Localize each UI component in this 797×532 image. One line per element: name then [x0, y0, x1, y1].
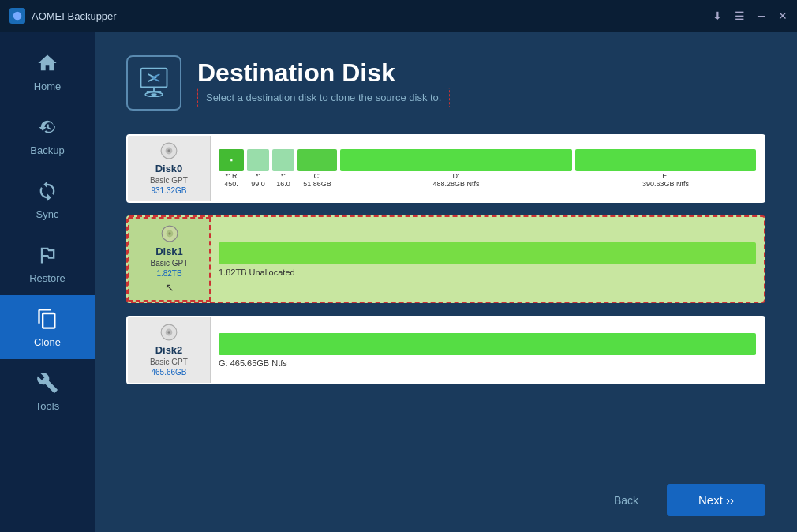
disk2-type: Basic GPT: [150, 358, 188, 366]
disk0-item[interactable]: Disk0 Basic GPT 931.32GB ▪ *: R450. *:99…: [126, 134, 765, 203]
window-controls: ⬇ ☰ ─ ✕: [713, 9, 788, 22]
sidebar-item-clone[interactable]: Clone: [0, 295, 95, 359]
disk1-item[interactable]: Disk1 Basic GPT 1.82TB ↖ 1.82TB Unalloca…: [126, 215, 765, 303]
content-area: Destination Disk Select a destination di…: [95, 32, 797, 532]
svg-point-0: [13, 12, 22, 21]
disk1-icon: [161, 225, 178, 242]
sidebar-label-home: Home: [34, 81, 62, 92]
sidebar-label-tools: Tools: [36, 400, 59, 412]
disk0-info: Disk0 Basic GPT 931.32GB: [128, 136, 211, 201]
disk2-name: Disk2: [155, 344, 183, 356]
disk0-part-99: *:99.0: [247, 149, 269, 188]
disk1-label: 1.82TB Unallocated: [219, 268, 756, 277]
disk0-part-c: C:51.86GB: [297, 149, 337, 188]
page-header: Destination Disk Select a destination di…: [126, 55, 765, 111]
svg-point-9: [167, 149, 170, 152]
menu-icon[interactable]: ☰: [735, 9, 745, 22]
disk2-item[interactable]: Disk2 Basic GPT 465.66GB G: 465.65GB Ntf…: [126, 316, 765, 384]
disk0-part-d: D:488.28GB Ntfs: [340, 149, 572, 188]
page-subtitle: Select a destination disk to clone the s…: [197, 88, 450, 107]
page-header-text: Destination Disk Select a destination di…: [197, 58, 450, 107]
next-button[interactable]: Next ››: [667, 484, 765, 516]
disk1-size: 1.82TB: [156, 269, 181, 278]
sidebar-item-tools[interactable]: Tools: [0, 359, 95, 423]
disk2-icon: [160, 324, 178, 341]
disk0-part-r: ▪ *: R450.: [219, 149, 244, 188]
disk0-part-16: *:16.0: [272, 149, 294, 188]
disk1-bar: [219, 242, 756, 264]
disk2-size: 465.66GB: [151, 368, 186, 377]
destination-disk-icon: [126, 55, 181, 111]
disk2-info: Disk2 Basic GPT 465.66GB: [128, 317, 211, 383]
bottom-bar: Back Next ››: [126, 471, 765, 516]
disk2-bar: [219, 333, 756, 355]
disk0-name: Disk0: [155, 163, 183, 174]
sidebar-label-sync: Sync: [36, 208, 59, 220]
home-icon: [35, 51, 60, 76]
svg-point-6: [151, 93, 156, 96]
sidebar-label-backup: Backup: [30, 144, 64, 156]
disk1-type: Basic GPT: [151, 259, 189, 268]
svg-point-15: [167, 331, 170, 333]
app-title: AOMEI Backupper: [32, 10, 117, 22]
sidebar-label-clone: Clone: [34, 336, 61, 348]
cursor-indicator: ↖: [165, 281, 174, 294]
disk1-info: Disk1 Basic GPT 1.82TB ↖: [128, 217, 211, 302]
back-button[interactable]: Back: [598, 486, 654, 515]
disk0-part-e: E:390.63GB Ntfs: [575, 149, 756, 188]
title-bar: AOMEI Backupper ⬇ ☰ ─ ✕: [0, 0, 797, 32]
sidebar-label-restore: Restore: [29, 272, 65, 284]
backup-icon: [35, 114, 60, 140]
disk0-icon: [160, 142, 178, 159]
sidebar-item-sync[interactable]: Sync: [0, 167, 95, 231]
disk2-partitions: G: 465.65GB Ntfs: [211, 325, 764, 376]
sidebar-item-backup[interactable]: Backup: [0, 103, 95, 167]
page-title: Destination Disk: [197, 58, 450, 88]
download-icon[interactable]: ⬇: [713, 9, 722, 22]
sidebar: Home Backup Sync Restore Clone: [0, 32, 95, 532]
restore-icon: [35, 242, 60, 268]
main-layout: Home Backup Sync Restore Clone: [0, 32, 797, 532]
disk-list: Disk0 Basic GPT 931.32GB ▪ *: R450. *:99…: [126, 134, 765, 471]
disk1-partitions: 1.82TB Unallocated: [211, 234, 764, 285]
clone-icon: [35, 306, 60, 332]
close-icon[interactable]: ✕: [778, 9, 788, 22]
sidebar-item-restore[interactable]: Restore: [0, 231, 95, 295]
svg-point-12: [168, 232, 170, 234]
minimize-icon[interactable]: ─: [758, 9, 765, 22]
tools-icon: [35, 370, 60, 395]
sync-icon: [35, 178, 60, 204]
disk1-name: Disk1: [155, 245, 183, 257]
disk0-type: Basic GPT: [150, 176, 188, 185]
app-title-group: AOMEI Backupper: [9, 8, 117, 24]
app-icon: [9, 8, 25, 24]
disk0-size: 931.32GB: [151, 186, 186, 195]
disk2-label: G: 465.65GB Ntfs: [219, 358, 756, 368]
sidebar-item-home[interactable]: Home: [0, 39, 95, 103]
